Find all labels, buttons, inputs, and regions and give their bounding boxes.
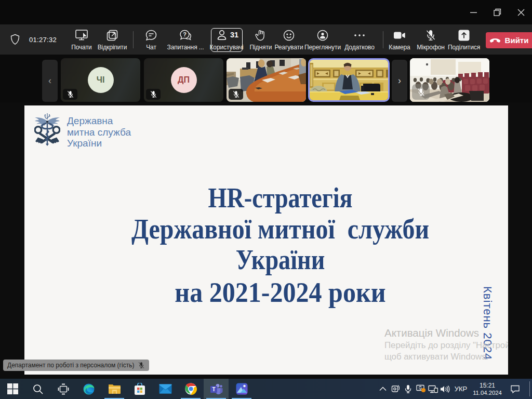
svg-text:T: T bbox=[212, 387, 215, 392]
svg-text:?: ? bbox=[183, 31, 187, 37]
